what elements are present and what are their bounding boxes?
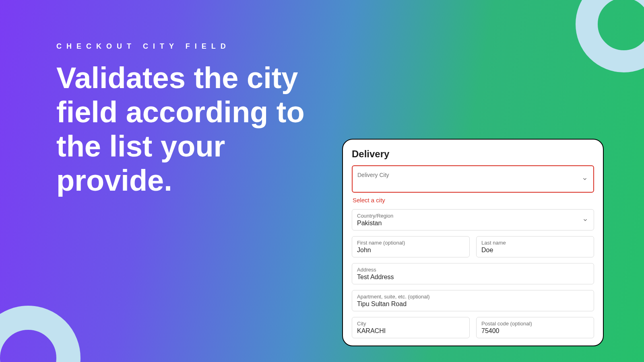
- last-name-value: Doe: [481, 247, 589, 254]
- postal-code-value: 75400: [481, 327, 589, 335]
- chevron-down-icon: [582, 176, 588, 182]
- city-field[interactable]: City KARACHI: [352, 317, 470, 338]
- headline-text: Validates the city field according to th…: [56, 61, 338, 197]
- address-field[interactable]: Address Test Address: [352, 263, 594, 284]
- city-value: KARACHI: [357, 327, 464, 335]
- delivery-city-select[interactable]: Delivery City: [352, 165, 594, 193]
- delivery-title: Delivery: [352, 148, 594, 160]
- address-label: Address: [357, 267, 589, 273]
- eyebrow-text: CHECKOUT CITY FIELD: [56, 42, 338, 51]
- delivery-card: Delivery Delivery City Select a city Cou…: [342, 139, 604, 346]
- country-select[interactable]: Country/Region Pakistan: [352, 209, 594, 230]
- apartment-value: Tipu Sultan Road: [357, 300, 589, 308]
- country-label: Country/Region: [357, 213, 589, 219]
- country-value: Pakistan: [357, 220, 589, 227]
- apartment-field[interactable]: Apartment, suite, etc. (optional) Tipu S…: [352, 290, 594, 311]
- apartment-label: Apartment, suite, etc. (optional): [357, 294, 589, 300]
- hero-block: CHECKOUT CITY FIELD Validates the city f…: [56, 42, 338, 197]
- postal-code-label: Postal code (optional): [481, 321, 589, 327]
- delivery-city-error: Select a city: [353, 197, 593, 204]
- last-name-label: Last name: [481, 240, 589, 246]
- postal-code-field[interactable]: Postal code (optional) 75400: [476, 317, 594, 338]
- first-name-label: First name (optional): [357, 240, 464, 246]
- chevron-down-icon: [582, 217, 588, 223]
- address-value: Test Address: [357, 274, 589, 281]
- city-label: City: [357, 321, 464, 327]
- delivery-city-label: Delivery City: [357, 172, 588, 178]
- last-name-field[interactable]: Last name Doe: [476, 236, 594, 257]
- first-name-field[interactable]: First name (optional) John: [352, 236, 470, 257]
- first-name-value: John: [357, 247, 464, 254]
- delivery-city-value: [357, 179, 588, 186]
